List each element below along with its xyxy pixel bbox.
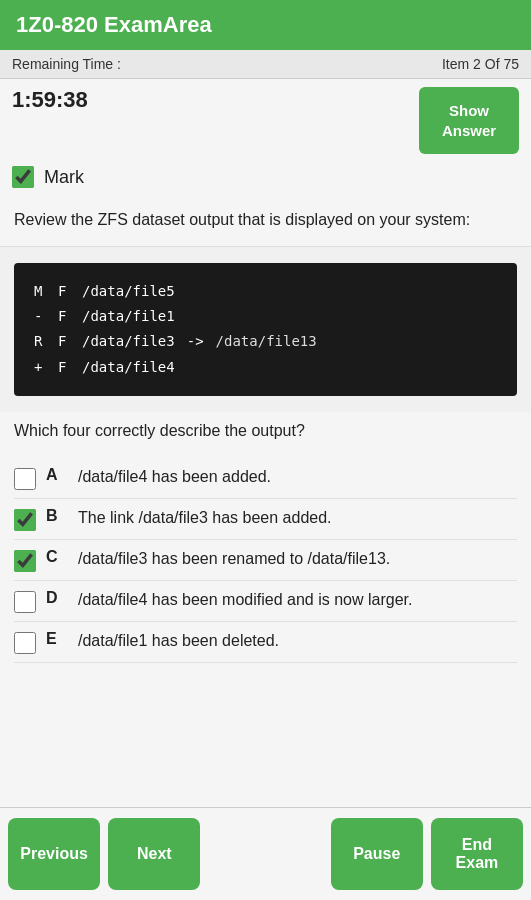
option-row: E/data/file1 has been deleted. [14, 622, 517, 663]
dataset-row: +F/data/file4 [34, 355, 497, 380]
option-text-a: /data/file4 has been added. [78, 466, 271, 488]
option-checkbox-c[interactable] [14, 550, 36, 572]
mark-row: Mark [0, 162, 531, 198]
bottom-nav: Previous Next Pause End Exam [0, 807, 531, 900]
option-text-b: The link /data/file3 has been added. [78, 507, 332, 529]
dataset-display: MF/data/file5-F/data/file1RF/data/file3-… [14, 263, 517, 396]
previous-button[interactable]: Previous [8, 818, 100, 890]
option-row: BThe link /data/file3 has been added. [14, 499, 517, 540]
options-container: A/data/file4 has been added.BThe link /d… [0, 454, 531, 807]
end-exam-button[interactable]: End Exam [431, 818, 523, 890]
option-text-d: /data/file4 has been modified and is now… [78, 589, 412, 611]
top-bar: Remaining Time : Item 2 Of 75 [0, 50, 531, 79]
timer-display: 1:59:38 [12, 87, 88, 113]
app-title: 1Z0-820 ExamArea [16, 12, 212, 37]
mark-label: Mark [44, 167, 84, 188]
which-text: Which four correctly describe the output… [0, 412, 531, 454]
option-letter-e: E [46, 630, 68, 648]
option-letter-a: A [46, 466, 68, 484]
option-letter-c: C [46, 548, 68, 566]
option-letter-b: B [46, 507, 68, 525]
option-text-c: /data/file3 has been renamed to /data/fi… [78, 548, 390, 570]
next-button[interactable]: Next [108, 818, 200, 890]
option-row: D/data/file4 has been modified and is no… [14, 581, 517, 622]
option-checkbox-b[interactable] [14, 509, 36, 531]
option-text-e: /data/file1 has been deleted. [78, 630, 279, 652]
option-row: A/data/file4 has been added. [14, 458, 517, 499]
dataset-row: -F/data/file1 [34, 304, 497, 329]
option-checkbox-d[interactable] [14, 591, 36, 613]
dataset-row: MF/data/file5 [34, 279, 497, 304]
remaining-label: Remaining Time : [12, 56, 121, 72]
pause-button[interactable]: Pause [331, 818, 423, 890]
timer-row: 1:59:38 Show Answer [0, 79, 531, 162]
question-text: Review the ZFS dataset output that is di… [0, 198, 531, 247]
option-checkbox-e[interactable] [14, 632, 36, 654]
app-header: 1Z0-820 ExamArea [0, 0, 531, 50]
option-letter-d: D [46, 589, 68, 607]
dataset-row: RF/data/file3->/data/file13 [34, 329, 497, 354]
option-checkbox-a[interactable] [14, 468, 36, 490]
mark-checkbox[interactable] [12, 166, 34, 188]
item-label: Item 2 Of 75 [442, 56, 519, 72]
option-row: C/data/file3 has been renamed to /data/f… [14, 540, 517, 581]
show-answer-button[interactable]: Show Answer [419, 87, 519, 154]
